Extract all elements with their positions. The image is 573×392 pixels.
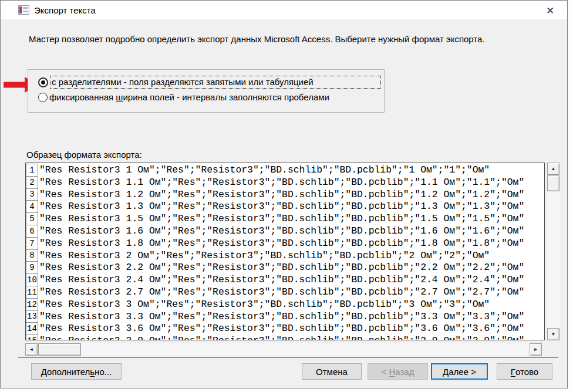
radio-selected-icon[interactable] — [38, 77, 48, 87]
scroll-down-icon[interactable]: ▼ — [547, 328, 559, 340]
row-number: 10 — [26, 273, 38, 286]
table-row: 1"Res Resistor3 1 Ом";"Res";"Resistor3";… — [26, 164, 544, 177]
window-title: Экспорт текста — [34, 5, 96, 15]
table-row: 11"Res Resistor3 2.7 Ом";"Res";"Resistor… — [26, 286, 544, 299]
preview-label: Образец формата экспорта: — [26, 150, 142, 160]
row-text: "Res Resistor3 3.9 Ом";"Res";"Resistor3"… — [39, 335, 524, 340]
table-row: 4"Res Resistor3 1.3 Ом";"Res";"Resistor3… — [26, 201, 544, 213]
row-number: 5 — [26, 212, 38, 225]
export-preview-panel: 1"Res Resistor3 1 Ом";"Res";"Resistor3";… — [25, 163, 545, 340]
access-form-icon — [18, 5, 29, 15]
horizontal-scrollbar[interactable]: ◄ ► — [25, 343, 542, 356]
row-text: "Res Resistor3 1.6 Ом";"Res";"Resistor3"… — [39, 225, 524, 238]
table-row: 3"Res Resistor3 1.2 Ом";"Res";"Resistor3… — [26, 189, 544, 201]
horizontal-scrollbar-thumb[interactable] — [38, 343, 81, 356]
radio-option-delimited[interactable]: с разделителями - поля разделяются запят… — [38, 76, 381, 89]
row-number: 1 — [26, 164, 38, 177]
format-options-group: с разделителями - поля разделяются запят… — [28, 69, 385, 113]
table-row: 15"Res Resistor3 3.9 Ом";"Res";"Resistor… — [26, 335, 544, 340]
table-row: 9"Res Resistor3 2.2 Ом";"Res";"Resistor3… — [26, 262, 544, 274]
radio-unselected-icon[interactable] — [38, 93, 48, 102]
row-text: "Res Resistor3 3.3 Ом";"Res";"Resistor3"… — [39, 311, 524, 323]
close-icon[interactable]: ✕ — [541, 4, 559, 18]
row-text: "Res Resistor3 1.2 Ом";"Res";"Resistor3"… — [39, 189, 524, 201]
wizard-description: Мастер позволяет подробно определить экс… — [29, 34, 545, 44]
title-bar: Экспорт текста — [1, 1, 567, 20]
scroll-right-icon[interactable]: ► — [530, 343, 542, 356]
table-row: 13"Res Resistor3 3.3 Ом";"Res";"Resistor… — [26, 311, 544, 323]
row-text: "Res Resistor3 2.7 Ом";"Res";"Resistor3"… — [39, 286, 524, 299]
button-separator-line — [18, 357, 558, 358]
radio-fixed-width-label[interactable]: фиксированная ширина полей - интервалы з… — [49, 92, 329, 102]
table-row: 14"Res Resistor3 3.6 Ом";"Res";"Resistor… — [26, 323, 544, 335]
scroll-left-icon[interactable]: ◄ — [25, 343, 38, 356]
row-text: "Res Resistor3 3.6 Ом";"Res";"Resistor3"… — [39, 323, 524, 335]
advanced-button[interactable]: Дополнительно... — [31, 363, 122, 380]
table-row: 5"Res Resistor3 1.5 Ом";"Res";"Resistor3… — [26, 213, 544, 225]
row-number: 12 — [26, 298, 38, 311]
row-number: 14 — [26, 322, 38, 335]
radio-delimited-label[interactable]: с разделителями - поля разделяются запят… — [50, 76, 381, 89]
row-text: "Res Resistor3 1.8 Ом";"Res";"Resistor3"… — [39, 238, 524, 250]
row-text: "Res Resistor3 1 Ом";"Res";"Resistor3";"… — [39, 164, 490, 177]
cancel-button[interactable]: Отмена — [302, 363, 362, 380]
row-text: "Res Resistor3 2.2 Ом";"Res";"Resistor3"… — [39, 262, 524, 274]
row-text: "Res Resistor3 1.3 Ом";"Res";"Resistor3"… — [39, 201, 524, 213]
export-text-dialog: Экспорт текста ✕ Мастер позволяет подроб… — [0, 0, 568, 388]
row-number: 13 — [26, 310, 38, 323]
row-text: "Res Resistor3 3 Ом";"Res";"Resistor3";"… — [39, 299, 490, 311]
row-number: 7 — [26, 237, 38, 250]
finish-button[interactable]: Готово — [497, 363, 552, 380]
radio-option-fixed-width[interactable]: фиксированная ширина полей - интервалы з… — [38, 92, 329, 102]
row-text: "Res Resistor3 2.4 Ом";"Res";"Resistor3"… — [39, 274, 524, 286]
table-row: 6"Res Resistor3 1.6 Ом";"Res";"Resistor3… — [26, 225, 544, 238]
scroll-up-icon[interactable]: ▲ — [547, 163, 559, 175]
table-row: 10"Res Resistor3 2.4 Ом";"Res";"Resistor… — [26, 274, 544, 286]
row-number: 9 — [26, 261, 38, 274]
back-button: < Назад — [368, 363, 428, 380]
row-text: "Res Resistor3 2 Ом";"Res";"Resistor3";"… — [39, 250, 490, 262]
row-number: 3 — [26, 188, 38, 201]
row-number: 8 — [26, 249, 38, 262]
row-number: 11 — [26, 286, 38, 299]
row-number: 4 — [26, 200, 38, 213]
vertical-scrollbar[interactable]: ▲ ▼ — [547, 163, 559, 340]
table-row: 7"Res Resistor3 1.8 Ом";"Res";"Resistor3… — [26, 238, 544, 250]
table-row: 12"Res Resistor3 3 Ом";"Res";"Resistor3"… — [26, 299, 544, 311]
table-row: 2"Res Resistor3 1.1 Ом";"Res";"Resistor3… — [26, 177, 544, 189]
vertical-scrollbar-thumb[interactable] — [547, 175, 559, 191]
row-number: 2 — [26, 176, 38, 189]
row-text: "Res Resistor3 1.5 Ом";"Res";"Resistor3"… — [39, 213, 524, 225]
row-number: 15 — [26, 334, 38, 340]
row-text: "Res Resistor3 1.1 Ом";"Res";"Resistor3"… — [39, 177, 524, 189]
row-number: 6 — [26, 225, 38, 238]
table-row: 8"Res Resistor3 2 Ом";"Res";"Resistor3";… — [26, 250, 544, 262]
next-button[interactable]: Далее > — [431, 363, 488, 380]
